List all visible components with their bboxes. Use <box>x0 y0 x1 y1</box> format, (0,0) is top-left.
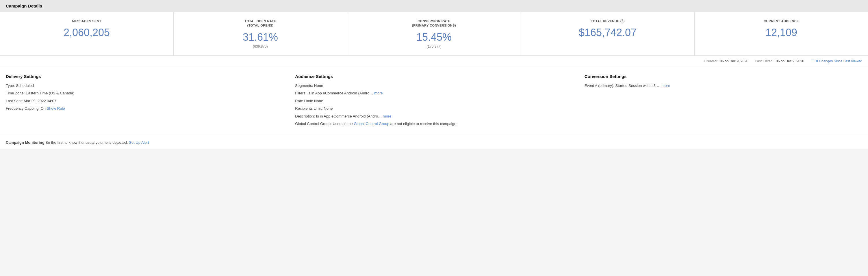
settings-grid: Delivery Settings Type: Scheduled Time Z… <box>6 74 862 129</box>
delivery-frequency-row: Frequency Capping: On Show Rule <box>6 106 283 111</box>
delivery-frequency-value: On <box>41 106 47 111</box>
delivery-frequency-label: Frequency Capping: <box>6 106 41 111</box>
last-edited-label: Last Edited: <box>755 59 774 63</box>
conversion-event-a-value: Started Session within 3 … <box>616 83 662 88</box>
audience-globalcontrol-value-before: Users in the <box>333 122 354 126</box>
last-edited-value: 06 on Dec 9, 2020 <box>776 59 804 63</box>
audience-recipientslimit-label: Recipients Limit: <box>295 106 323 111</box>
global-control-group-link[interactable]: Global Control Group <box>354 122 389 126</box>
conversion-more-link[interactable]: more <box>661 83 670 88</box>
monitoring-text: Be the first to know if unusual volume i… <box>45 140 129 145</box>
page-title: Campaign Details <box>6 3 42 8</box>
filters-more-link[interactable]: more <box>374 91 383 95</box>
conversion-settings-heading: Conversion Settings <box>585 74 862 79</box>
audience-description-label: Description: <box>295 114 316 118</box>
conversion-event-a-row: Event A (primary): Started Session withi… <box>585 83 862 89</box>
conversion-event-a-label: Event A (primary): <box>585 83 614 88</box>
metrics-row: MESSAGES SENT 2,060,205 TOTAL OPEN RATE … <box>0 12 868 56</box>
audience-recipientslimit-row: Recipients Limit: None <box>295 106 573 111</box>
changes-label: 0 Changes Since Last Viewed <box>816 59 862 63</box>
changes-since-last-viewed-link[interactable]: ☰ 0 Changes Since Last Viewed <box>811 59 862 63</box>
metric-total-open-rate-label: TOTAL OPEN RATE (TOTAL OPENS) <box>180 19 341 28</box>
delivery-lastsent-row: Last Sent: Mar 29, 2022 04:07 <box>6 98 283 104</box>
delivery-settings-column: Delivery Settings Type: Scheduled Time Z… <box>6 74 295 129</box>
metric-current-audience-label: CURRENT AUDIENCE <box>701 19 862 23</box>
delivery-timezone-row: Time Zone: Eastern Time (US & Canada) <box>6 90 283 96</box>
created-value: 06 on Dec 9, 2020 <box>720 59 748 63</box>
set-up-alert-link[interactable]: Set Up Alert <box>129 140 149 145</box>
list-icon: ☰ <box>811 59 814 63</box>
show-rule-link[interactable]: Show Rule <box>47 106 65 111</box>
metric-conversion-rate-sub: (170,377) <box>353 44 515 48</box>
delivery-settings-heading: Delivery Settings <box>6 74 283 79</box>
campaign-details-header: Campaign Details <box>0 0 868 12</box>
audience-recipientslimit-value: None <box>323 106 333 111</box>
metric-conversion-rate: CONVERSION RATE (PRIMARY CONVERSIONS) 15… <box>347 12 521 56</box>
audience-filters-row: Filters: Is in App eCommerce Android (An… <box>295 90 573 96</box>
audience-settings-column: Audience Settings Segments: None Filters… <box>295 74 584 129</box>
created-label: Created: <box>705 59 718 63</box>
metric-current-audience-value: 12,109 <box>701 26 862 39</box>
total-revenue-info-icon[interactable]: ? <box>620 19 624 23</box>
audience-description-row: Description: Is in App eCommerce Android… <box>295 113 573 119</box>
settings-section: Delivery Settings Type: Scheduled Time Z… <box>0 67 868 136</box>
delivery-lastsent-label: Last Sent: <box>6 99 24 103</box>
metric-messages-sent: MESSAGES SENT 2,060,205 <box>0 12 174 56</box>
metric-messages-sent-value: 2,060,205 <box>6 26 167 39</box>
audience-segments-row: Segments: None <box>295 83 573 89</box>
description-more-link[interactable]: more <box>383 114 392 118</box>
audience-settings-heading: Audience Settings <box>295 74 573 79</box>
audience-globalcontrol-row: Global Control Group: Users in the Globa… <box>295 121 573 127</box>
metric-conversion-rate-value: 15.45% <box>353 31 515 43</box>
meta-bar: Created: 06 on Dec 9, 2020 Last Edited: … <box>0 56 868 67</box>
audience-filters-label: Filters: <box>295 91 307 95</box>
audience-globalcontrol-label: Global Control Group: <box>295 122 333 126</box>
audience-globalcontrol-value-after: are not eligible to receive this campaig… <box>391 122 456 126</box>
monitoring-bar: Campaign Monitoring Be the first to know… <box>0 136 868 149</box>
delivery-lastsent-value: Mar 29, 2022 04:07 <box>24 99 56 103</box>
metric-total-revenue: TOTAL REVENUE ? $165,742.07 <box>521 12 694 56</box>
audience-segments-label: Segments: <box>295 83 314 88</box>
page-container: Campaign Details MESSAGES SENT 2,060,205… <box>0 0 868 276</box>
delivery-timezone-value: Eastern Time (US & Canada) <box>26 91 74 95</box>
metric-total-revenue-label: TOTAL REVENUE ? <box>527 19 688 23</box>
monitoring-bold-text: Campaign Monitoring <box>6 140 44 145</box>
metric-current-audience: CURRENT AUDIENCE 12,109 <box>694 12 868 56</box>
audience-ratelimit-value: None <box>314 99 323 103</box>
metric-total-open-rate: TOTAL OPEN RATE (TOTAL OPENS) 31.61% (63… <box>174 12 347 56</box>
delivery-type-value: Scheduled <box>16 83 33 88</box>
metric-total-revenue-value: $165,742.07 <box>527 26 688 39</box>
audience-ratelimit-row: Rate Limit: None <box>295 98 573 104</box>
conversion-settings-column: Conversion Settings Event A (primary): S… <box>585 74 862 129</box>
metric-total-open-rate-value: 31.61% <box>180 31 341 43</box>
delivery-timezone-label: Time Zone: <box>6 91 26 95</box>
audience-ratelimit-label: Rate Limit: <box>295 99 314 103</box>
audience-segments-value: None <box>314 83 323 88</box>
audience-filters-value: Is in App eCommerce Android (Andro… <box>307 91 374 95</box>
metric-messages-sent-label: MESSAGES SENT <box>6 19 167 23</box>
metric-total-open-rate-sub: (639,870) <box>180 44 341 48</box>
delivery-type-label: Type: <box>6 83 16 88</box>
audience-description-value: Is in App eCommerce Android (Andro… <box>316 114 383 118</box>
delivery-type-row: Type: Scheduled <box>6 83 283 89</box>
metric-conversion-rate-label: CONVERSION RATE (PRIMARY CONVERSIONS) <box>353 19 515 28</box>
